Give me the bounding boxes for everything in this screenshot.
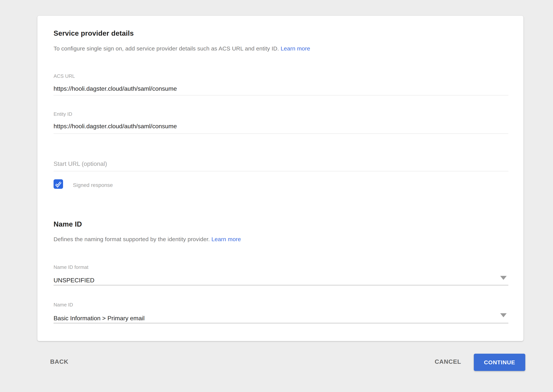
- chevron-down-icon[interactable]: [500, 313, 507, 317]
- name-id-underline: [54, 323, 508, 323]
- name-id-format-select[interactable]: UNSPECIFIED: [54, 277, 94, 284]
- start-url-input[interactable]: [54, 160, 508, 167]
- name-id-description: Defines the naming format supported by t…: [54, 236, 241, 243]
- checkmark-icon: [54, 179, 63, 189]
- start-url-underline: [54, 171, 508, 171]
- service-provider-description: To configure single sign on, add service…: [54, 45, 310, 52]
- name-id-format-label: Name ID format: [54, 264, 88, 270]
- entity-id-underline: [54, 133, 508, 134]
- name-id-description-text: Defines the naming format supported by t…: [54, 236, 210, 242]
- acs-url-label: ACS URL: [54, 73, 75, 79]
- section-title-name-id: Name ID: [54, 220, 82, 228]
- entity-id-label: Entity ID: [54, 111, 72, 117]
- entity-id-input[interactable]: [54, 123, 508, 130]
- continue-button[interactable]: CONTINUE: [474, 354, 525, 371]
- learn-more-link-service-provider[interactable]: Learn more: [281, 45, 310, 52]
- section-title-service-provider-details: Service provider details: [54, 29, 134, 37]
- acs-url-input[interactable]: [54, 85, 508, 92]
- back-button[interactable]: BACK: [48, 356, 71, 367]
- service-provider-details-card: Service provider details To configure si…: [37, 15, 524, 341]
- acs-url-underline: [54, 95, 508, 95]
- learn-more-link-name-id[interactable]: Learn more: [211, 236, 241, 242]
- name-id-format-underline: [54, 285, 508, 286]
- signed-response-label: Signed response: [73, 182, 113, 188]
- cancel-button[interactable]: CANCEL: [432, 356, 464, 367]
- chevron-down-icon[interactable]: [500, 276, 507, 280]
- service-provider-description-text: To configure single sign on, add service…: [54, 45, 279, 52]
- name-id-label: Name ID: [54, 302, 73, 308]
- name-id-select[interactable]: Basic Information > Primary email: [54, 315, 144, 322]
- signed-response-checkbox[interactable]: [54, 179, 63, 189]
